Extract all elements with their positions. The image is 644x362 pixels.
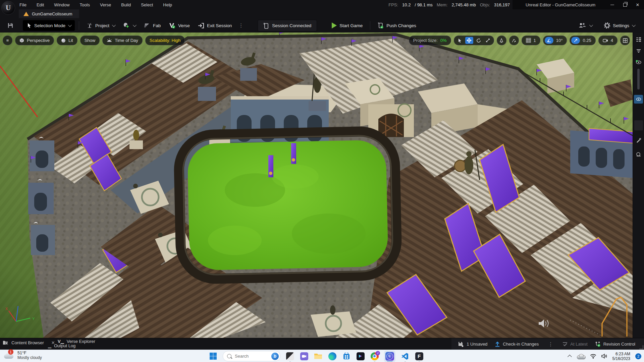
collapsed-panel-tab[interactable] (634, 120, 643, 130)
taskbar-clock[interactable]: 6:23 AM 5/16/2023 (612, 352, 630, 361)
minimize-button[interactable] (606, 0, 619, 9)
checkin-arrow-icon (495, 341, 500, 347)
camera-speed-control[interactable]: 4 (598, 36, 618, 45)
collaborators-dropdown[interactable] (575, 20, 595, 31)
search-input[interactable] (234, 353, 269, 359)
output-log-tab[interactable]: ▁ Output Log (48, 343, 75, 348)
perspective-dropdown[interactable]: Perspective (15, 36, 54, 45)
cube-icon (19, 38, 24, 43)
play-icon (332, 22, 337, 28)
project-size-value: 0% (440, 38, 447, 43)
status-overflow-icon[interactable]: ⋮ (546, 341, 555, 347)
taskbar-app-teams[interactable] (300, 352, 309, 361)
onedrive-icon[interactable] (577, 354, 585, 359)
weather-widget[interactable]: 1 51°F Mostly cloudy (3, 351, 42, 360)
at-latest-status[interactable]: At Latest (562, 342, 587, 347)
overflow-menu-icon[interactable]: ⋮ (236, 22, 246, 28)
scale-snap-control[interactable]: 0.25 (570, 36, 595, 45)
menu-tools[interactable]: Tools (80, 2, 90, 7)
uefn-icon: U (385, 352, 394, 361)
menu-verse[interactable]: Verse (100, 2, 111, 7)
lit-dropdown[interactable]: Lit (57, 36, 77, 45)
panel-scrollbar[interactable] (637, 69, 640, 89)
push-changes-button[interactable]: Push Changes (374, 20, 420, 31)
spawn-content-dropdown[interactable] (119, 20, 139, 31)
taskbar-app-edge[interactable] (328, 352, 337, 361)
scale-tool[interactable] (484, 37, 492, 44)
project-dropdown[interactable]: Project (83, 20, 118, 31)
move-icon (467, 38, 472, 43)
viewport-options-button[interactable]: ≡ (3, 36, 12, 45)
selection-mode-dropdown[interactable]: Selection Mode (23, 20, 75, 31)
taskbar-app-explorer[interactable] (314, 352, 323, 361)
unsaved-button[interactable]: 1 Unsaved (458, 342, 487, 347)
menu-file[interactable]: File (19, 2, 26, 7)
device-icon (263, 22, 269, 29)
taskbar-app-widgets[interactable] (285, 352, 294, 361)
start-game-button[interactable]: Start Game (328, 20, 366, 31)
visibility-active-icon[interactable] (634, 95, 643, 104)
select-tool[interactable] (456, 37, 464, 44)
maximize-viewport-button[interactable] (620, 36, 630, 45)
fps-value: 10.2 (402, 2, 411, 7)
taskbar-app-vscode[interactable] (400, 352, 410, 361)
taskbar-app-store[interactable] (342, 352, 351, 361)
filters-icon[interactable] (633, 45, 644, 57)
taskbar-app-fortnite[interactable]: F (415, 352, 424, 361)
project-tab[interactable]: GunGameColisseum (19, 9, 79, 18)
restore-icon (623, 3, 627, 7)
project-size-button[interactable]: Project Size: 0% (409, 36, 451, 45)
show-dropdown[interactable]: Show (80, 36, 100, 45)
move-tool[interactable] (465, 37, 473, 44)
system-tray: 6:23 AM 5/16/2023 2 (569, 350, 641, 362)
chevron-down-icon (632, 23, 636, 27)
content-browser-tab[interactable]: Content Browser ✕ (3, 340, 55, 345)
grid-snap-control[interactable]: 1 (522, 36, 540, 45)
session-connected-status[interactable]: Session Connected (258, 20, 317, 32)
notification-badge[interactable]: 2 (635, 353, 641, 359)
tray-overflow-icon[interactable] (568, 355, 572, 359)
save-button[interactable] (4, 20, 17, 31)
paint-tool-icon[interactable] (633, 134, 644, 146)
windows-logo-icon (210, 353, 217, 360)
menu-help[interactable]: Help (163, 2, 172, 7)
settings-dropdown[interactable]: Settings (601, 20, 638, 31)
visibility-icon[interactable] (633, 57, 644, 68)
taskbar-app-uefn-active[interactable]: U (384, 351, 395, 362)
menu-edit[interactable]: Edit (37, 2, 44, 7)
menu-build[interactable]: Build (121, 2, 131, 7)
restore-button[interactable] (619, 0, 631, 9)
scalability-button[interactable]: Scalability: High (145, 36, 185, 45)
menu-window[interactable]: Window (54, 2, 69, 7)
rotation-snap-control[interactable]: 10° (543, 36, 567, 45)
revision-control-button[interactable]: Revision Control (595, 341, 635, 347)
wifi-icon[interactable] (590, 354, 596, 359)
checkin-changes-button[interactable]: Check-in Changes (495, 341, 539, 347)
start-button[interactable] (209, 352, 218, 361)
exit-session-button[interactable]: Exit Session (195, 20, 235, 31)
taskbar-search[interactable]: b (223, 351, 280, 361)
push-changes-label: Push Changes (386, 23, 416, 28)
rotate-tool[interactable] (475, 37, 483, 44)
volume-icon[interactable] (601, 354, 607, 359)
taskbar-app-clipchamp[interactable] (356, 352, 365, 361)
surface-snapping-toggle[interactable] (509, 36, 519, 45)
fab-label: Fab (153, 23, 161, 28)
camera-panel-icon[interactable] (633, 148, 644, 160)
fab-button[interactable]: Fab (140, 20, 164, 31)
chevron-down-icon (133, 23, 137, 27)
camera-speed-value: 4 (611, 38, 613, 43)
taskbar-app-chrome[interactable]: J (370, 352, 379, 361)
world-space-toggle[interactable] (497, 36, 506, 45)
viewport-scene[interactable]: X Y (0, 33, 633, 338)
resize-grip[interactable] (639, 345, 643, 349)
time-of-day-button[interactable]: Time of Day (102, 36, 143, 45)
sun-icon (107, 38, 112, 43)
close-button[interactable]: ✕ (631, 0, 644, 9)
level-viewport[interactable]: X Y ≡ Perspective Lit Show (0, 33, 644, 338)
menu-select[interactable]: Select (141, 2, 153, 7)
outliner-tab-icon[interactable] (633, 34, 644, 45)
unreal-logo-icon[interactable]: U (1, 1, 15, 15)
verse-button[interactable]: Verse (165, 20, 193, 31)
content-browser-icon (3, 340, 9, 345)
